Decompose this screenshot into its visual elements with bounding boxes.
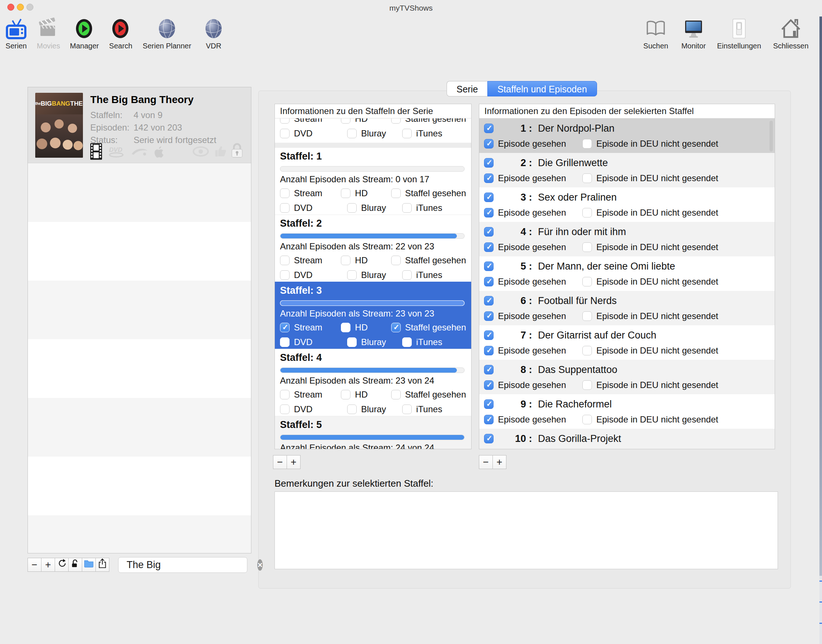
checkbox-itunes[interactable]: iTunes: [402, 270, 466, 280]
episode-gesehen-checkbox[interactable]: [484, 139, 493, 149]
episode-deu-checkbox[interactable]: [582, 415, 592, 424]
episode-checkbox[interactable]: [484, 193, 493, 202]
checkbox-bluray[interactable]: Bluray: [347, 270, 402, 280]
season-block[interactable]: Staffel: 2 Anzahl Episoden als Stream: 2…: [275, 215, 471, 282]
tab-staffeln-und-episoden[interactable]: Staffeln und Episoden: [487, 81, 597, 97]
episode-row[interactable]: 6 : Football für Nerds Episode gesehen E…: [479, 291, 775, 325]
checkbox-staffel-gesehen[interactable]: Staffel gesehen: [391, 188, 466, 198]
checkbox-dvd[interactable]: DVD: [280, 203, 347, 213]
checkbox-bluray[interactable]: Bluray: [347, 404, 402, 414]
episode-deu-checkbox[interactable]: [582, 346, 592, 356]
season-block[interactable]: Staffel: 5 Anzahl Episoden als Stream: 2…: [275, 416, 471, 449]
episode-row[interactable]: 2 : Die Grillenwette Episode gesehen Epi…: [479, 153, 775, 187]
season-block[interactable]: Staffel: 4 Anzahl Episoden als Stream: 2…: [275, 349, 471, 416]
episode-row[interactable]: 7 : Der Gitarrist auf der Couch Episode …: [479, 325, 775, 360]
episode-gesehen-checkbox[interactable]: [484, 380, 493, 390]
episode-gesehen-checkbox[interactable]: [484, 346, 493, 356]
seasons-scroll-area[interactable]: Stream HD Staffel gesehen DVD Bluray iTu…: [275, 118, 471, 449]
remove-season-button[interactable]: −: [273, 455, 287, 469]
checkbox-bluray[interactable]: Bluray: [347, 128, 402, 139]
episode-checkbox[interactable]: [484, 124, 493, 133]
episode-checkbox[interactable]: [484, 365, 493, 374]
checkbox-stream[interactable]: Stream: [280, 322, 341, 333]
checkbox-itunes[interactable]: iTunes: [402, 337, 466, 347]
checkbox-hd[interactable]: HD: [341, 389, 391, 400]
checkbox-dvd[interactable]: DVD: [280, 337, 347, 347]
checkbox-bluray[interactable]: Bluray: [347, 337, 402, 347]
episode-gesehen-checkbox[interactable]: [484, 415, 493, 424]
episode-gesehen-checkbox[interactable]: [484, 173, 493, 183]
episode-deu-checkbox[interactable]: [582, 380, 592, 390]
episode-row[interactable]: 4 : Für ihn oder mit ihm Episode gesehen…: [479, 222, 775, 256]
episode-row[interactable]: 5 : Der Mann, der seine Omi liebte Episo…: [479, 256, 775, 291]
episode-deu-checkbox[interactable]: [582, 139, 592, 149]
add-episode-button[interactable]: +: [492, 455, 506, 469]
episode-checkbox[interactable]: [484, 262, 493, 271]
checkbox-stream[interactable]: Stream: [280, 255, 341, 265]
checkbox-dvd[interactable]: DVD: [280, 270, 347, 280]
checkbox-staffel-gesehen[interactable]: Staffel gesehen: [391, 255, 466, 265]
clear-search-button[interactable]: ✕: [257, 559, 263, 570]
checkbox-dvd[interactable]: DVD: [280, 404, 347, 414]
episode-checkbox[interactable]: [484, 158, 493, 168]
checkbox-itunes[interactable]: iTunes: [402, 404, 466, 414]
add-season-button[interactable]: +: [287, 455, 301, 469]
episode-deu-checkbox[interactable]: [582, 242, 592, 252]
episode-gesehen-checkbox[interactable]: [484, 208, 493, 218]
tab-serie[interactable]: Serie: [447, 81, 487, 97]
episode-row[interactable]: 9 : Die Racheformel Episode gesehen Epis…: [479, 394, 775, 429]
episode-gesehen-checkbox[interactable]: [484, 311, 493, 321]
checkbox-hd[interactable]: HD: [341, 118, 391, 124]
checkbox-stream[interactable]: Stream: [280, 188, 341, 198]
episode-deu-checkbox[interactable]: [582, 173, 592, 183]
episode-checkbox[interactable]: [484, 227, 493, 236]
toolbar-item-einstellungen[interactable]: Einstellungen: [711, 17, 767, 50]
toolbar-item-search[interactable]: Search: [99, 17, 143, 50]
remove-show-button[interactable]: −: [28, 558, 41, 572]
episodes-scroll-area[interactable]: 1 : Der Nordpol-Plan Episode gesehen Epi…: [479, 118, 775, 449]
checkbox-staffel-gesehen[interactable]: Staffel gesehen: [391, 118, 466, 124]
episode-checkbox[interactable]: [484, 330, 493, 340]
toolbar-item-serien-planner[interactable]: Serien Planner: [138, 17, 196, 50]
share-icon-button[interactable]: [95, 558, 109, 572]
toolbar-item-monitor[interactable]: Monitor: [671, 17, 716, 50]
shows-list-empty-rows[interactable]: [28, 163, 251, 553]
toolbar-item-schliessen[interactable]: Schliessen: [767, 17, 815, 50]
checkbox-hd[interactable]: HD: [341, 255, 391, 265]
episode-row[interactable]: 1 : Der Nordpol-Plan Episode gesehen Epi…: [479, 118, 775, 153]
checkbox-dvd[interactable]: DVD: [280, 128, 347, 139]
show-list-item[interactable]: theBIGBANGTHEORY The Big Bang Theory Sta…: [28, 87, 251, 163]
season-block[interactable]: Staffel: 3 Anzahl Episoden als Stream: 2…: [275, 282, 471, 349]
checkbox-itunes[interactable]: iTunes: [402, 128, 466, 139]
checkbox-itunes[interactable]: iTunes: [402, 203, 466, 213]
episode-deu-checkbox[interactable]: [582, 277, 592, 287]
refresh-button[interactable]: [55, 558, 69, 572]
remarks-textarea[interactable]: [275, 491, 778, 569]
episode-deu-checkbox[interactable]: [582, 208, 592, 218]
episode-checkbox[interactable]: [484, 399, 493, 409]
episode-gesehen-checkbox[interactable]: [484, 277, 493, 287]
checkbox-staffel-gesehen[interactable]: Staffel gesehen: [391, 389, 466, 400]
unlock-icon-button[interactable]: [68, 558, 82, 572]
episode-checkbox[interactable]: [484, 434, 493, 443]
toolbar-item-suchen[interactable]: Suchen: [634, 17, 678, 50]
checkbox-hd[interactable]: HD: [341, 188, 391, 198]
scrollbar-thumb[interactable]: [770, 121, 773, 152]
episode-gesehen-checkbox[interactable]: [484, 242, 493, 252]
episode-deu-checkbox[interactable]: [582, 311, 592, 321]
episode-row[interactable]: 3 : Sex oder Pralinen Episode gesehen Ep…: [479, 187, 775, 222]
checkbox-staffel-gesehen[interactable]: Staffel gesehen: [391, 322, 466, 333]
search-input[interactable]: [126, 559, 257, 571]
checkbox-stream[interactable]: Stream: [280, 118, 341, 124]
season-block[interactable]: Staffel: 1 Anzahl Episoden als Stream: 0…: [275, 147, 471, 215]
add-show-button[interactable]: +: [41, 558, 55, 572]
folder-button[interactable]: [82, 558, 96, 572]
checkbox-bluray[interactable]: Bluray: [347, 203, 402, 213]
episode-row[interactable]: 10 : Das Gorilla-Projekt Episode gesehen…: [479, 429, 775, 449]
episode-row[interactable]: 8 : Das Suppentattoo Episode gesehen Epi…: [479, 360, 775, 394]
toolbar-item-vdr[interactable]: VDR: [192, 17, 236, 50]
remove-episode-button[interactable]: −: [479, 455, 493, 469]
episode-checkbox[interactable]: [484, 296, 493, 305]
checkbox-hd[interactable]: HD: [341, 322, 391, 333]
checkbox-stream[interactable]: Stream: [280, 389, 341, 400]
